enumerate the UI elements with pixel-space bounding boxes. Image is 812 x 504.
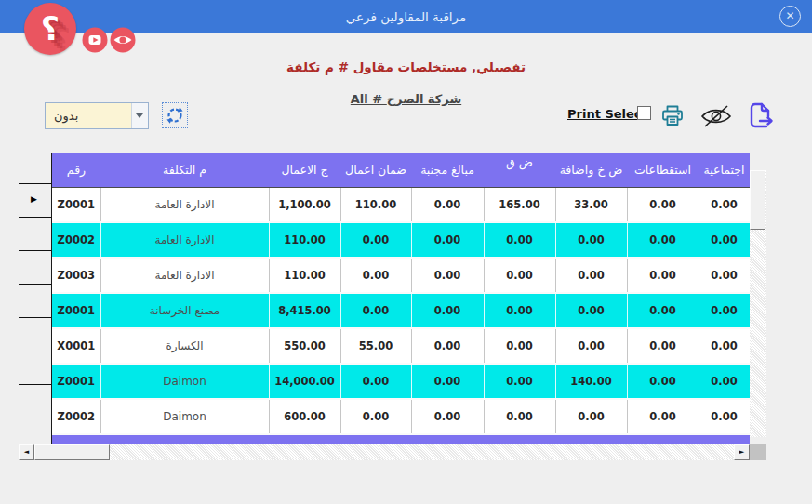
grid-cell[interactable]: الادارة العامة [100,222,269,258]
grid-cell[interactable]: 600.00 [269,399,340,434]
grid-cell[interactable]: 0.00 [699,293,750,328]
scroll-right-button[interactable]: ► [734,444,750,460]
grid-cell[interactable]: 8,415.00 [269,293,340,328]
grid-cell[interactable]: 0.00 [411,188,484,223]
grid-cell[interactable]: الادارة العامة [100,258,269,293]
grid-cell[interactable]: 0.00 [484,258,555,293]
grid-cell[interactable]: Z0001 [52,293,100,328]
scroll-left-button[interactable]: ◄ [19,444,34,460]
scroll-right-icon: ► [739,448,744,456]
grid-cell[interactable]: 0.00 [627,293,699,328]
row-selector[interactable] [19,285,51,318]
grid-cell[interactable]: 0.00 [699,364,750,399]
vertical-scrollbar-thumb[interactable] [750,170,765,230]
column-header-2[interactable]: ج الاعمال [269,153,340,188]
grid-cell[interactable]: Z0003 [52,258,100,293]
grid-cell[interactable]: Z0002 [52,222,100,258]
column-header-4[interactable]: مبالغ مجنبة [411,153,484,188]
youtube-icon[interactable] [82,27,108,53]
grid-cell[interactable]: 0.00 [484,328,555,364]
grid-cell[interactable]: مصنع الخرسانة [100,293,269,328]
help-logo-button[interactable]: ؟ [24,3,76,55]
grid-cell[interactable]: 110.00 [269,258,340,293]
grid-cell[interactable]: 110.00 [269,222,340,258]
grid-cell[interactable]: 0.00 [699,222,750,258]
close-button[interactable]: ✕ [779,6,801,27]
column-header-0[interactable]: رقم [52,153,100,188]
column-header-6[interactable]: ض خ واضافة [555,153,627,188]
grid-cell[interactable]: 0.00 [627,188,699,223]
grid-cell[interactable]: 0.00 [627,399,699,434]
row-selector[interactable] [19,251,51,285]
grid-cell[interactable]: Daimon [100,364,269,399]
grid-cell[interactable]: 0.00 [411,222,484,258]
row-selector[interactable] [19,218,51,251]
grid-cell[interactable]: 0.00 [555,293,627,328]
grid-cell[interactable]: 110.00 [340,188,411,223]
grid-cell[interactable]: 0.00 [699,258,750,293]
hide-columns-button[interactable] [699,104,733,128]
grid-cell[interactable]: 0.00 [411,399,484,434]
grid-cell[interactable]: 165.00 [484,188,555,223]
grid-cell[interactable]: 550.00 [269,328,340,364]
column-header-1[interactable]: م التكلفة [100,153,269,188]
grid-cell[interactable]: Daimon [100,399,269,434]
row-selector[interactable]: ▶ [19,184,51,218]
grid-cell[interactable]: 0.00 [555,328,627,364]
grid-cell[interactable]: 0.00 [699,188,750,223]
column-header-5[interactable]: ض ق [484,153,555,188]
horizontal-scrollbar-thumb[interactable] [34,444,110,460]
column-header-8[interactable]: اجتماعية [699,153,750,188]
grid-cell[interactable]: 0.00 [484,222,555,258]
print-button[interactable] [659,102,686,128]
row-selector[interactable] [19,351,51,385]
grid-cell[interactable]: 33.00 [555,188,627,223]
grid-cell[interactable]: Z0001 [52,364,100,399]
grid-cell[interactable]: الكسارة [100,328,269,364]
grid-cell[interactable]: 0.00 [699,328,750,364]
grid-cell[interactable]: 0.00 [627,258,699,293]
grid-cell[interactable]: 140.00 [555,364,627,399]
grid-cell[interactable]: الادارة العامة [100,188,269,223]
grid-cell[interactable]: 0.00 [340,399,411,434]
grid-cell[interactable]: 0.00 [340,293,411,328]
grid-cell[interactable]: 0.00 [484,364,555,399]
eye-badge-icon[interactable] [110,27,136,53]
grid-cell[interactable]: 1,100.00 [269,188,340,223]
grid-cell[interactable]: 0.00 [340,222,411,258]
grid-cell[interactable]: 0.00 [627,328,699,364]
filter-combobox[interactable]: بدون [45,102,149,129]
grid-cell[interactable]: 0.00 [340,364,411,399]
export-button[interactable] [746,100,776,130]
vertical-scrollbar[interactable] [750,170,766,437]
grid-cell[interactable]: 0.00 [411,364,484,399]
grid-cell[interactable]: 0.00 [699,399,750,434]
grid-cell[interactable]: X0001 [52,328,100,364]
refresh-button[interactable] [162,102,188,128]
grid-cell[interactable]: 14,000.00 [269,364,340,399]
grid-cell[interactable]: 0.00 [411,328,484,364]
grid-cell[interactable]: 0.00 [340,258,411,293]
report-detail-link[interactable]: تفصيلي, مستخلصات مقاول # م تكلفة [0,60,812,74]
total-cell [52,434,100,444]
grid-cell[interactable]: Z0002 [52,399,100,434]
grid-cell[interactable]: 0.00 [555,258,627,293]
row-selector[interactable] [19,385,51,418]
column-header-3[interactable]: ضمان اعمال [340,153,411,188]
table-row: Z0002الادارة العامة110.000.000.000.000.0… [52,222,750,258]
grid-cell[interactable]: 0.00 [484,293,555,328]
grid-cell[interactable]: 55.00 [340,328,411,364]
grid-cell[interactable]: 0.00 [484,399,555,434]
row-selector[interactable] [19,318,51,351]
grid-cell[interactable]: 0.00 [555,399,627,434]
column-header-7[interactable]: استقطاعات [627,153,699,188]
combobox-dropdown-button[interactable] [131,103,148,128]
grid-cell[interactable]: 0.00 [627,364,699,399]
grid-cell[interactable]: 0.00 [555,222,627,258]
grid-cell[interactable]: Z0001 [52,188,100,223]
horizontal-scrollbar[interactable]: ◄ ► [19,444,750,460]
print-select-checkbox[interactable] [637,106,651,120]
grid-cell[interactable]: 0.00 [411,293,484,328]
grid-cell[interactable]: 0.00 [411,258,484,293]
grid-cell[interactable]: 0.00 [627,222,699,258]
